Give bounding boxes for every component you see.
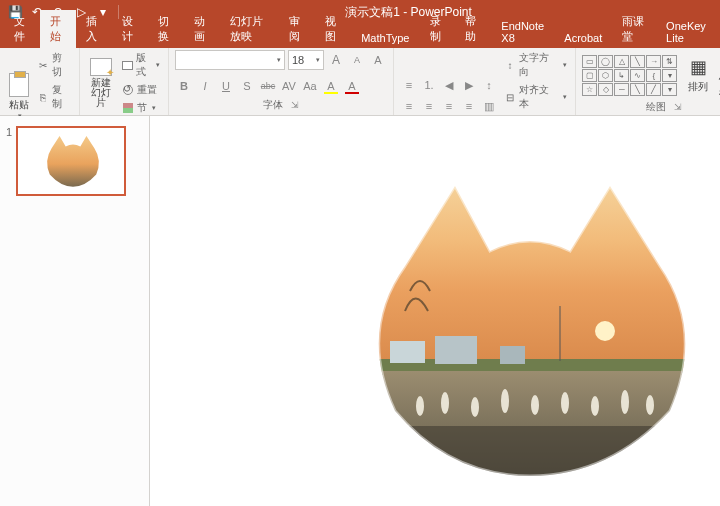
shape-more[interactable]: ▾ (662, 69, 677, 82)
arrange-button[interactable]: ▦ 排列 (681, 50, 715, 100)
shape-oval[interactable]: ◯ (598, 55, 613, 68)
new-slide-icon (90, 58, 112, 76)
sunset-image (350, 171, 710, 481)
layout-button[interactable]: 版式▾ (120, 50, 162, 80)
tab-file[interactable]: 文件 (4, 10, 40, 48)
tab-mathtype[interactable]: MathType (351, 28, 419, 48)
text-direction-button[interactable]: ↕文字方向▾ (502, 50, 569, 80)
shape-line2[interactable]: ─ (614, 83, 629, 96)
tab-review[interactable]: 审阅 (279, 10, 315, 48)
highlight-color-button[interactable]: A (322, 77, 340, 95)
chevron-down-icon: ▾ (277, 56, 281, 64)
shape-star[interactable]: ☆ (582, 83, 597, 96)
svg-point-14 (591, 396, 599, 416)
svg-point-15 (621, 390, 629, 414)
tab-onekey[interactable]: OneKey Lite (656, 16, 720, 48)
copy-icon: ⎘ (38, 91, 49, 103)
increase-indent-button[interactable]: ▶ (460, 76, 478, 94)
tab-acrobat[interactable]: Acrobat (554, 28, 612, 48)
italic-button[interactable]: I (196, 77, 214, 95)
slide-thumbnail-1[interactable] (16, 126, 126, 196)
shape-callout[interactable]: ◇ (598, 83, 613, 96)
columns-button[interactable]: ▥ (480, 97, 498, 115)
group-slides: 新建 幻灯片 版式▾ 重置 节▾ 幻灯片 (80, 48, 169, 115)
text-direction-label: 文字方向 (519, 51, 559, 79)
line-spacing-button[interactable]: ↕ (480, 76, 498, 94)
copy-button[interactable]: ⎘复制 (36, 82, 73, 112)
tab-rain[interactable]: 雨课堂 (612, 10, 656, 48)
paste-icon (9, 73, 29, 97)
align-right-button[interactable]: ≡ (440, 97, 458, 115)
tab-view[interactable]: 视图 (315, 10, 351, 48)
font-family-select[interactable]: ▾ (175, 50, 285, 70)
section-button[interactable]: 节▾ (120, 100, 162, 116)
cut-button[interactable]: ✂剪切 (36, 50, 73, 80)
section-icon (123, 103, 133, 113)
shape-line[interactable]: ╲ (630, 55, 645, 68)
svg-point-9 (441, 392, 449, 414)
tab-design[interactable]: 设计 (112, 10, 148, 48)
align-left-button[interactable]: ≡ (400, 97, 418, 115)
svg-rect-3 (390, 341, 425, 363)
char-spacing-button[interactable]: AV (280, 77, 298, 95)
shape-roundrect[interactable]: ▢ (582, 69, 597, 82)
grow-font-button[interactable]: A (327, 51, 345, 69)
underline-button[interactable]: U (217, 77, 235, 95)
new-slide-button[interactable]: 新建 幻灯片 (86, 58, 116, 108)
tab-record[interactable]: 录制 (420, 10, 456, 48)
shrink-font-button[interactable]: A (348, 51, 366, 69)
bullets-button[interactable]: ≡ (400, 76, 418, 94)
tab-animations[interactable]: 动画 (184, 10, 220, 48)
strike-button[interactable]: abc (259, 77, 277, 95)
drawing-group-label: 绘图 (646, 100, 666, 114)
paste-button[interactable]: 粘贴 ▾ (6, 72, 32, 122)
picture-cat-shape[interactable] (350, 171, 710, 481)
cut-label: 剪切 (52, 51, 71, 79)
tab-slideshow[interactable]: 幻灯片放映 (220, 10, 280, 48)
new-slide-label: 新建 幻灯片 (86, 78, 116, 108)
layout-icon (122, 61, 133, 70)
reset-button[interactable]: 重置 (120, 82, 162, 98)
shapes-gallery[interactable]: ▭ ◯ △ ╲ → ⇅ ▢ ⬡ ↳ ∿ { ▾ ☆ ◇ ─ ╲ ╱ ▾ (582, 55, 677, 96)
reset-icon (123, 85, 133, 95)
font-dialog-launcher[interactable]: ⇲ (291, 100, 299, 110)
tab-help[interactable]: 帮助 (455, 10, 491, 48)
shape-line3[interactable]: ╲ (630, 83, 645, 96)
drawing-dialog-launcher[interactable]: ⇲ (674, 102, 682, 112)
change-case-button[interactable]: Aa (301, 77, 319, 95)
scissors-icon: ✂ (38, 59, 49, 71)
justify-button[interactable]: ≡ (460, 97, 478, 115)
svg-rect-17 (380, 426, 680, 476)
font-color-button[interactable]: A (343, 77, 361, 95)
shape-line4[interactable]: ╱ (646, 83, 661, 96)
tab-insert[interactable]: 插入 (76, 10, 112, 48)
shape-hexagon[interactable]: ⬡ (598, 69, 613, 82)
shape-expand[interactable]: ▾ (662, 83, 677, 96)
slide-canvas[interactable] (150, 116, 720, 506)
svg-point-11 (501, 389, 509, 413)
shape-curve[interactable]: ∿ (630, 69, 645, 82)
shape-updown[interactable]: ⇅ (662, 55, 677, 68)
shape-arrow[interactable]: → (646, 55, 661, 68)
numbering-button[interactable]: 1. (420, 76, 438, 94)
decrease-indent-button[interactable]: ◀ (440, 76, 458, 94)
bold-button[interactable]: B (175, 77, 193, 95)
section-label: 节 (137, 101, 147, 115)
group-paragraph: ≡ 1. ◀ ▶ ↕ ≡ ≡ ≡ ≡ ▥ ↕文字方向▾ ⊟对齐文本▾ ▦转换为 … (394, 48, 576, 115)
group-font: ▾ 18▾ A A A B I U S abc AV Aa A A 字体⇲ (169, 48, 394, 115)
shape-brace[interactable]: { (646, 69, 661, 82)
shape-rect[interactable]: ▭ (582, 55, 597, 68)
tab-home[interactable]: 开始 (40, 10, 76, 48)
clear-format-button[interactable]: A (369, 51, 387, 69)
align-center-button[interactable]: ≡ (420, 97, 438, 115)
tab-transitions[interactable]: 切换 (148, 10, 184, 48)
tab-endnote[interactable]: EndNote X8 (491, 16, 554, 48)
ribbon: 粘贴 ▾ ✂剪切 ⎘复制 ✎格式刷 剪贴板⇲ 新建 幻灯片 版式▾ 重置 节▾ … (0, 48, 720, 116)
svg-point-1 (595, 321, 615, 341)
shape-connector[interactable]: ↳ (614, 69, 629, 82)
align-text-button[interactable]: ⊟对齐文本▾ (502, 82, 569, 112)
font-size-select[interactable]: 18▾ (288, 50, 324, 70)
shadow-button[interactable]: S (238, 77, 256, 95)
shape-triangle[interactable]: △ (614, 55, 629, 68)
svg-point-12 (531, 395, 539, 415)
